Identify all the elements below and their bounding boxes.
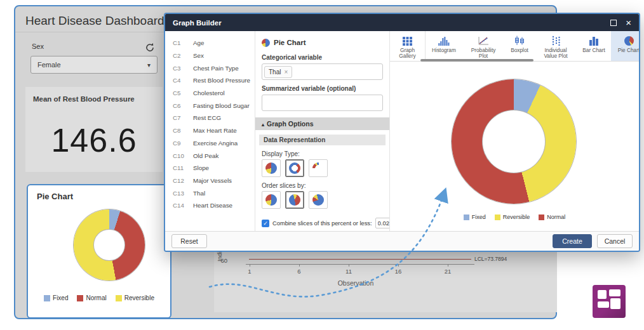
cancel-button[interactable]: Cancel (597, 234, 633, 248)
legend-label: Reversible (124, 294, 154, 301)
summarized-variable-label: Summarized variable (optional) (262, 85, 383, 92)
summarized-variable-input[interactable] (262, 95, 383, 111)
chip-label: Thal (269, 69, 281, 76)
column-row-sex[interactable]: C2Sex (165, 50, 255, 62)
gallery-scrollbar[interactable] (420, 59, 533, 62)
screen: Heart Disease Dashboard Sex Female ▾ Mea… (0, 0, 644, 330)
column-id: C2 (173, 52, 193, 59)
column-id: C4 (173, 77, 193, 84)
x-tick (398, 264, 399, 267)
column-name: Rest ECG (193, 114, 221, 121)
legend-item: Reversible (495, 214, 530, 220)
legend-label: Normal (547, 214, 565, 220)
order-option-icon (265, 194, 277, 206)
x-tick-label: 1 (243, 268, 256, 275)
refresh-icon[interactable] (145, 43, 155, 53)
pie-display-icon (265, 162, 277, 174)
gallery-item-pie-chart[interactable]: Pie Chart (611, 31, 639, 61)
column-row-cholesterol[interactable]: C5Cholesterol (165, 87, 255, 100)
column-row-fasting-blood-sugar[interactable]: C6Fasting Blood Sugar (165, 99, 255, 112)
sex-filter-dropdown[interactable]: Female ▾ (30, 56, 158, 74)
x-tick-label: 21 (441, 268, 454, 275)
column-row-old-peak[interactable]: C10Old Peak (165, 149, 255, 162)
graph-options-header[interactable]: ▴Graph Options (255, 117, 389, 130)
chip-remove-icon[interactable]: × (284, 69, 288, 76)
order-slices-label: Order slices by: (262, 182, 383, 189)
column-name: Heart Disease (193, 202, 232, 209)
x-tick (250, 264, 250, 267)
gallery-item-probability-plot[interactable]: Probability Plot (462, 31, 504, 61)
column-row-heart-disease[interactable]: C14Heart Disease (165, 199, 255, 212)
display-type-donut-button[interactable] (285, 159, 304, 177)
order-slices-option-3[interactable] (309, 191, 328, 209)
column-name: Cholesterol (193, 89, 225, 96)
column-row-exercise-angina[interactable]: C9Exercise Angina (165, 137, 255, 150)
kpi-value: 146.6 (25, 109, 163, 172)
dashboard-donut-chart (74, 209, 145, 280)
column-row-chest-pain-type[interactable]: C3Chest Pain Type (165, 62, 255, 74)
column-id: C5 (173, 89, 193, 96)
legend-swatch-normal (539, 214, 544, 220)
column-name: Slope (193, 164, 209, 171)
gallery-item-graph-gallery[interactable]: Graph Gallery (390, 31, 426, 61)
legend-swatch-fixed (464, 214, 469, 220)
settings-panel-title: Pie Chart (274, 39, 306, 46)
graph-preview-panel: Graph Gallery Histogram Probability Plot… (390, 31, 639, 231)
combine-slices-checkbox[interactable]: ✓ (262, 220, 269, 227)
kpi-title: Mean of Rest Blood Pressure (33, 95, 135, 103)
page-title: Heart Disease Dashboard (25, 14, 164, 28)
column-id: C10 (173, 152, 193, 159)
graph-type-gallery: Graph Gallery Histogram Probability Plot… (390, 31, 639, 62)
dialog-titlebar[interactable]: Graph Builder × (165, 14, 639, 31)
column-name: Age (193, 39, 204, 46)
column-row-major-vessels[interactable]: C12Major Vessels (165, 175, 255, 187)
column-name: Chest Pain Type (193, 65, 239, 72)
legend-label: Normal (86, 294, 106, 301)
gallery-item-label: Pie Chart (618, 48, 639, 54)
close-button[interactable]: × (626, 20, 631, 26)
gallery-item-histogram[interactable]: Histogram (426, 31, 462, 61)
reset-button[interactable]: Reset (171, 234, 207, 248)
dialog-footer: Reset Create Cancel (165, 231, 639, 251)
control-chart-x-axis-label: Observation (318, 279, 394, 287)
worksheet-columns-panel: C1Age C2Sex C3Chest Pain Type C4Rest Blo… (165, 31, 255, 231)
gallery-item-individual-value-plot[interactable]: Individual Value Plot (535, 31, 577, 61)
graph-builder-dialog: Graph Builder × C1Age C2Sex C3Chest Pain… (164, 13, 640, 252)
gallery-item-bar-chart[interactable]: Bar Chart (577, 31, 611, 61)
display-type-pie-button[interactable] (262, 159, 281, 177)
preview-donut-chart (452, 79, 576, 204)
column-row-slope[interactable]: C11Slope (165, 162, 255, 175)
logo-tile (598, 301, 609, 308)
column-id: C1 (173, 39, 193, 46)
donut-hole (94, 230, 124, 260)
gallery-item-label: Bar Chart (582, 48, 605, 54)
column-row-age[interactable]: C1Age (165, 37, 255, 50)
create-button[interactable]: Create (553, 234, 592, 248)
column-row-max-heart-rate[interactable]: C8Max Heart Rate (165, 124, 255, 137)
combine-threshold-input[interactable] (375, 218, 390, 228)
column-name: Max Heart Rate (193, 127, 237, 134)
maximize-button[interactable] (610, 20, 617, 26)
column-id: C14 (173, 202, 193, 209)
gallery-item-boxplot[interactable]: Boxplot (504, 31, 535, 61)
column-name: Old Peak (193, 152, 218, 159)
sex-filter-label: Sex (32, 43, 44, 50)
display-type-arc-button[interactable] (309, 159, 328, 177)
kpi-card: Mean of Rest Blood Pressure 146.6 (25, 87, 163, 172)
dashboard-grid-logo (593, 285, 626, 318)
donut-hole (483, 110, 545, 173)
pie-chart-card[interactable]: Pie Chart Fixed Normal Reversible (27, 184, 171, 319)
column-name: Sex (193, 52, 204, 59)
column-row-rest-blood-pressure[interactable]: C4Rest Blood Pressure (165, 74, 255, 87)
lcl-line (249, 259, 471, 260)
variable-chip-thal[interactable]: Thal × (264, 66, 292, 78)
order-slices-option-2[interactable] (285, 191, 304, 209)
legend-swatch-normal (77, 295, 83, 301)
gallery-item-label: Histogram (432, 48, 456, 54)
column-row-rest-ecg[interactable]: C7Rest ECG (165, 112, 255, 124)
legend-swatch-fixed (44, 295, 50, 301)
column-name: Exercise Angina (193, 140, 238, 147)
column-row-thal[interactable]: C13Thal (165, 187, 255, 199)
categorical-variable-input[interactable]: Thal × (262, 63, 383, 80)
order-slices-option-1[interactable] (262, 191, 281, 209)
